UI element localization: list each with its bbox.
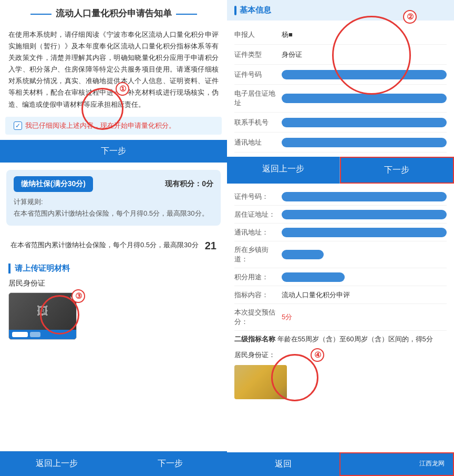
lower-row-purpose: 积分用途：: [234, 268, 447, 286]
return-button[interactable]: 返回: [227, 452, 339, 476]
image-icon: 🖼: [37, 305, 48, 318]
upload-bar-item2: [30, 332, 40, 337]
checkmark-icon: ✓: [15, 122, 20, 129]
social-card-title: 缴纳社保(满分30分): [14, 176, 93, 192]
label-phone: 联系手机号: [234, 118, 282, 127]
value-comm-blurred: [282, 138, 447, 147]
form-row-phone: 联系手机号: [234, 113, 447, 133]
id-card-label: 居民身份证: [8, 279, 219, 288]
lower-value-purpose: [282, 272, 345, 282]
right-panel: 基本信息 申报人 杨■ 证件类型 身份证 证件号码 电子居住证地址 联系手机号: [227, 0, 454, 476]
lower-label-indicator: 指标内容：: [234, 290, 282, 300]
right-back-button[interactable]: 返回上一步: [227, 157, 340, 184]
lower-value-town: [282, 250, 324, 259]
lower-label-purpose: 积分用途：: [234, 272, 282, 282]
notice-text: 在使用本系统时，请仔细阅读《宁波市奉化区流动人口量化积分申评实施细则（暂行）》及…: [0, 25, 227, 117]
close-icon[interactable]: ×: [70, 294, 74, 302]
calc-value: 21: [205, 237, 216, 254]
right-buttons: 返回上一步 下一步: [227, 157, 454, 184]
id-card-image: [234, 365, 287, 399]
upload-bar: [9, 330, 76, 339]
upload-box[interactable]: 🖼 ×: [8, 292, 77, 340]
form-area: 申报人 杨■ 证件类型 身份证 证件号码 电子居住证地址 联系手机号 通讯地址: [227, 21, 454, 157]
next-button-top[interactable]: 下一步: [0, 140, 227, 163]
label-idtype: 证件类型: [234, 50, 282, 59]
right-next-button[interactable]: 下一步: [340, 157, 455, 184]
upload-box-wrap: 🖼 × ③: [8, 292, 77, 340]
lower-label-comm2: 通讯地址：: [234, 228, 282, 237]
social-card-header: 缴纳社保(满分30分) 现有积分：0分: [14, 176, 213, 192]
lower-value-residence: [282, 210, 447, 219]
basic-info-section: 基本信息 申报人 杨■ 证件类型 身份证 证件号码 电子居住证地址 联系手机号: [227, 0, 454, 157]
upload-section: 请上传证明材料 居民身份证 🖼 × ③: [0, 259, 227, 348]
lower-label-residence: 居住证地址：: [234, 210, 282, 219]
social-card-rules: 计算规则: 在本省范围内累计缴纳社会保险，每个月得0.5分，最高限30分。: [14, 196, 213, 219]
lower-value-idnum: [282, 192, 447, 201]
page-title: 流动人口量化积分申请告知单: [0, 0, 227, 25]
label-address: 电子居住证地址: [234, 89, 282, 108]
social-card: 缴纳社保(满分30分) 现有积分：0分 计算规则: 在本省范围内累计缴纳社会保险…: [6, 170, 221, 226]
lower-value-indicator: 流动人口量化积分申评: [282, 290, 447, 300]
bottom-buttons: 返回上一步 下一步: [0, 451, 227, 476]
lower-row-residence: 居住证地址：: [234, 206, 447, 224]
agree-checkbox[interactable]: ✓: [14, 121, 22, 130]
section-title: 基本信息: [240, 5, 271, 15]
form-row-comm: 通讯地址: [234, 133, 447, 153]
section-header: 基本信息: [227, 0, 454, 21]
agree-text: 我已仔细阅读上述内容，现在开始申请量化积分。: [25, 121, 176, 130]
value-idnum-blurred: [282, 70, 447, 79]
lower-label-estimate: 本次提交预估分：: [234, 308, 282, 327]
lower-value-estimate: 5分: [282, 312, 447, 322]
back-button[interactable]: 返回上一步: [0, 451, 113, 476]
lower-row-town: 所在乡镇街道：: [234, 241, 447, 268]
form-row-idnum: 证件号码: [234, 65, 447, 85]
secondary-indicator: 二级指标名称 年龄在55周岁（含）至60周岁（含）区间的，得5分: [234, 331, 447, 348]
lower-label-idnum: 证件号码：: [234, 192, 282, 201]
lower-label-town: 所在乡镇街道：: [234, 245, 282, 264]
social-card-score: 现有积分：0分: [165, 179, 213, 189]
calc-label: 在本省范围内累计缴纳社会保险，每个月得0.5分，最高限30分: [11, 240, 200, 251]
label-idnum: 证件号码: [234, 70, 282, 79]
secondary-text: 年龄在55周岁（含）至60周岁（含）区间的，得5分: [277, 335, 433, 343]
form-row-applicant: 申报人 杨■: [234, 25, 447, 45]
label-comm: 通讯地址: [234, 138, 282, 147]
calc-row: 在本省范围内累计缴纳社会保险，每个月得0.5分，最高限30分 21: [0, 232, 227, 259]
lower-row-comm2: 通讯地址：: [234, 224, 447, 241]
form-row-address: 电子居住证地址: [234, 85, 447, 113]
value-address-blurred: [282, 94, 447, 103]
value-idtype: 身份证: [282, 50, 447, 59]
upload-bar-item: [12, 332, 28, 337]
lower-row-indicator: 指标内容： 流动人口量化积分申评: [234, 286, 447, 304]
form-row-idtype: 证件类型 身份证: [234, 45, 447, 65]
label-applicant: 申报人: [234, 30, 282, 39]
left-panel: 流动人口量化积分申请告知单 在使用本系统时，请仔细阅读《宁波市奉化区流动人口量化…: [0, 0, 227, 476]
lower-value-comm2: [282, 228, 447, 237]
lower-row-estimate: 本次提交预估分： 5分: [234, 304, 447, 331]
watermark: 江西龙网: [415, 458, 449, 470]
agree-row[interactable]: ✓ 我已仔细阅读上述内容，现在开始申请量化积分。: [5, 117, 222, 135]
section-bar: [234, 6, 236, 15]
next-button[interactable]: 下一步: [113, 451, 227, 476]
lower-right: 证件号码： 居住证地址： 通讯地址： 所在乡镇街道： 积分用途： 指标内容： 流…: [227, 184, 454, 452]
id-card-preview-wrap: ④: [234, 362, 287, 399]
value-phone-blurred: [282, 118, 447, 127]
value-applicant: 杨■: [282, 30, 447, 39]
upload-title: 请上传证明材料: [8, 264, 219, 274]
upload-preview: 🖼: [9, 293, 76, 330]
id-card-section-label: 居民身份证：: [234, 348, 447, 360]
secondary-label: 二级指标名称: [234, 335, 275, 343]
lower-row-idnum: 证件号码：: [234, 188, 447, 206]
